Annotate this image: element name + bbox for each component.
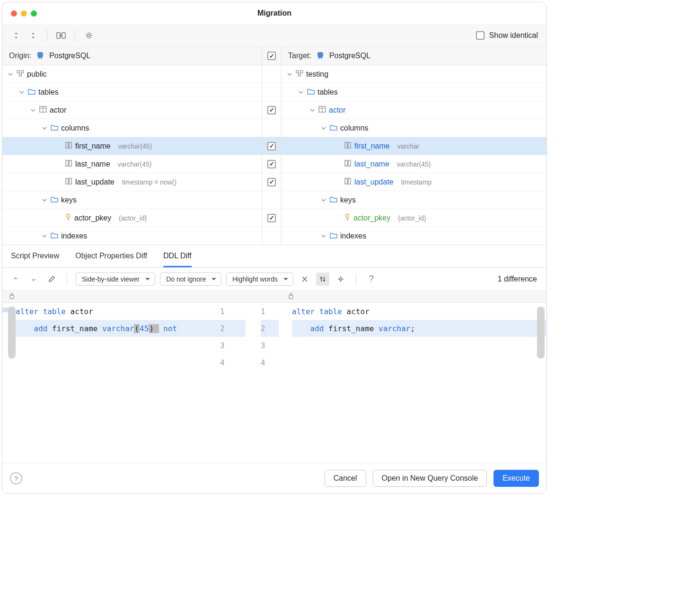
checkbox-icon xyxy=(267,52,276,60)
tree-item-label: keys xyxy=(340,196,356,204)
tree-row-checkbox[interactable] xyxy=(262,209,281,227)
tree-item-type: timestamp = now() xyxy=(122,178,177,186)
origin-tree[interactable]: public tables actor columns first_nameva… xyxy=(2,65,262,245)
tree-item-label: tables xyxy=(317,88,338,97)
viewer-mode-select[interactable]: Side-by-side viewer xyxy=(76,273,155,286)
code-left[interactable]: alter table actor add first_name varchar… xyxy=(2,303,220,416)
tree-row-checkbox[interactable] xyxy=(262,227,281,245)
compare-icon[interactable] xyxy=(54,28,68,43)
gutter-line: 3 xyxy=(220,337,246,354)
chevron-down-icon[interactable] xyxy=(18,89,25,96)
chevron-down-icon[interactable] xyxy=(30,107,36,114)
origin-tree-row[interactable]: last_namevarchar(45) xyxy=(2,155,262,173)
tree-item-label: last_name xyxy=(354,160,389,168)
svg-rect-26 xyxy=(345,160,347,166)
collapse-all-icon[interactable] xyxy=(26,28,40,43)
prev-diff-icon[interactable] xyxy=(9,273,22,286)
svg-rect-11 xyxy=(66,160,68,166)
target-tree-row[interactable]: actor xyxy=(282,101,546,119)
origin-tree-row[interactable]: public xyxy=(2,65,262,83)
origin-tree-row[interactable]: last_updatetimestamp = now() xyxy=(2,173,262,191)
tab-object-properties-diff[interactable]: Object Properties Diff xyxy=(75,252,147,267)
scrollbar[interactable] xyxy=(537,307,545,359)
svg-point-2 xyxy=(88,34,90,37)
separator xyxy=(67,273,67,285)
chevron-down-icon[interactable] xyxy=(320,233,327,239)
target-tree-row[interactable]: last_updatetimestamp xyxy=(282,173,546,191)
target-tree-row[interactable]: testing xyxy=(282,65,546,83)
expand-all-icon[interactable] xyxy=(9,28,23,43)
gear-icon[interactable] xyxy=(334,273,347,286)
chevron-down-icon[interactable] xyxy=(286,71,293,78)
origin-tree-row[interactable]: indexes xyxy=(2,227,262,245)
folder-icon xyxy=(330,124,337,132)
collapse-unchanged-icon[interactable] xyxy=(298,273,311,286)
gear-icon[interactable] xyxy=(82,28,96,43)
origin-master-checkbox[interactable] xyxy=(262,47,282,65)
origin-tree-row[interactable]: tables xyxy=(2,83,262,101)
chevron-down-icon[interactable] xyxy=(298,89,304,96)
svg-rect-24 xyxy=(345,142,347,148)
sync-scroll-icon[interactable] xyxy=(316,273,329,286)
svg-rect-20 xyxy=(299,74,301,76)
tab-script-preview[interactable]: Script Preview xyxy=(11,252,59,267)
next-diff-icon[interactable] xyxy=(27,273,40,286)
cancel-button[interactable]: Cancel xyxy=(325,470,366,487)
tree-row-checkbox[interactable] xyxy=(262,101,281,119)
highlight-mode-select[interactable]: Highlight words xyxy=(226,273,293,286)
execute-button[interactable]: Execute xyxy=(493,470,539,487)
tree-item-label: indexes xyxy=(61,232,87,240)
tree-row-checkbox[interactable] xyxy=(262,137,281,155)
target-tree-row[interactable]: indexes xyxy=(282,227,546,245)
tree-row-checkbox[interactable] xyxy=(262,119,281,137)
chevron-down-icon[interactable] xyxy=(41,197,48,203)
chevron-down-icon[interactable] xyxy=(41,233,48,239)
schema-icon xyxy=(17,70,24,79)
chevron-down-icon[interactable] xyxy=(41,125,48,132)
tree-row-checkbox[interactable] xyxy=(262,191,281,209)
origin-tree-row[interactable]: actor_pkey(actor_id) xyxy=(2,209,262,227)
chevron-down-icon[interactable] xyxy=(320,197,327,203)
tree-item-label: first_name xyxy=(354,142,390,150)
show-identical-toggle[interactable]: Show identical xyxy=(476,31,538,40)
tree-item-label: keys xyxy=(61,196,77,204)
target-tree-row[interactable]: tables xyxy=(282,83,546,101)
key-icon xyxy=(344,213,351,223)
edit-icon[interactable] xyxy=(45,273,58,286)
tab-ddl-diff[interactable]: DDL Diff xyxy=(163,252,192,267)
origin-tree-row[interactable]: first_namevarchar(45) xyxy=(2,137,262,155)
folder-icon xyxy=(330,232,337,240)
help-button[interactable]: ? xyxy=(10,472,22,484)
target-tree-row[interactable]: columns xyxy=(282,119,546,137)
tree-item-label: last_name xyxy=(75,160,110,168)
chevron-down-icon[interactable] xyxy=(320,125,327,132)
whitespace-mode-select[interactable]: Do not ignore xyxy=(160,273,221,286)
open-console-button[interactable]: Open in New Query Console xyxy=(373,470,487,487)
key-icon xyxy=(65,213,71,223)
svg-point-30 xyxy=(346,214,349,217)
svg-rect-35 xyxy=(289,295,293,299)
tree-item-label: actor xyxy=(329,106,346,114)
origin-tree-row[interactable]: keys xyxy=(2,191,262,209)
tree-row-checkbox[interactable] xyxy=(262,83,281,101)
target-tree-row[interactable]: actor_pkey(actor_id) xyxy=(282,209,546,227)
tree-row-checkbox[interactable] xyxy=(262,65,281,83)
tree-row-checkbox[interactable] xyxy=(262,173,281,191)
svg-rect-5 xyxy=(19,74,22,76)
chevron-down-icon[interactable] xyxy=(7,71,14,78)
scrollbar[interactable] xyxy=(8,307,16,359)
target-tree-row[interactable]: last_namevarchar(45) xyxy=(282,155,546,173)
tree-row-checkbox[interactable] xyxy=(262,155,281,173)
target-tree[interactable]: testing tables actor columns first_namev… xyxy=(282,65,546,245)
checkbox-icon[interactable] xyxy=(476,31,484,40)
origin-tree-row[interactable]: actor xyxy=(2,101,262,119)
code-line: add first_name varchar; xyxy=(292,320,546,337)
help-icon[interactable]: ? xyxy=(365,273,378,286)
tree-item-label: indexes xyxy=(340,232,366,240)
origin-tree-row[interactable]: columns xyxy=(2,119,262,137)
show-identical-label: Show identical xyxy=(489,31,538,40)
chevron-down-icon[interactable] xyxy=(309,107,316,114)
target-tree-row[interactable]: keys xyxy=(282,191,546,209)
code-right[interactable]: alter table actor add first_name varchar… xyxy=(286,303,546,416)
target-tree-row[interactable]: first_namevarchar xyxy=(282,137,546,155)
